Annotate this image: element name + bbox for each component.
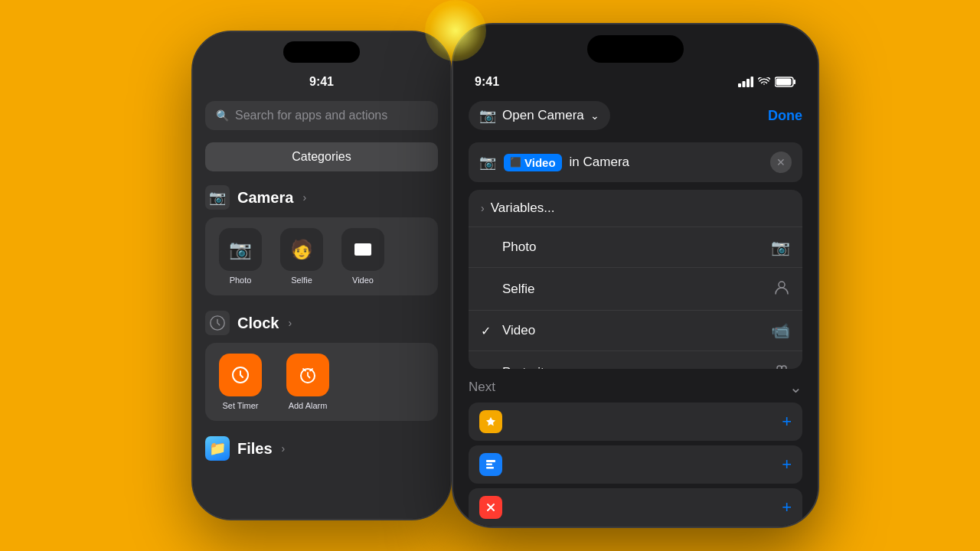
variables-row[interactable]: › Variables... bbox=[469, 190, 802, 227]
camera-action-photo[interactable]: 📷 Photo bbox=[213, 228, 268, 285]
chip-2-icon bbox=[479, 453, 502, 476]
video-close-button[interactable]: ✕ bbox=[770, 152, 792, 173]
battery-icon bbox=[775, 77, 796, 87]
selfie-option-label: Selfie bbox=[502, 282, 535, 297]
set-timer-label: Set Timer bbox=[222, 401, 258, 410]
action-chip-3[interactable]: + bbox=[469, 488, 802, 527]
dropdown-item-selfie-left: Selfie bbox=[481, 282, 535, 297]
open-camera-label: Open Camera bbox=[502, 108, 584, 123]
video-camera-icon: 📷 bbox=[479, 154, 496, 171]
wifi-icon bbox=[758, 77, 770, 86]
svg-point-11 bbox=[777, 366, 782, 369]
done-button[interactable]: Done bbox=[768, 108, 802, 124]
svg-point-12 bbox=[782, 366, 786, 369]
dropdown-item-photo[interactable]: Photo 📷 bbox=[469, 227, 802, 268]
svg-rect-4 bbox=[743, 81, 746, 87]
chip-2-left bbox=[479, 453, 502, 476]
clock-section: Clock › Set Timer bbox=[205, 311, 438, 421]
files-app-icon: 📁 bbox=[205, 436, 230, 461]
photo-label: Photo bbox=[230, 276, 252, 285]
selfie-option-icon bbox=[773, 279, 790, 299]
camera-chevron-icon: › bbox=[302, 191, 306, 204]
dropdown-item-photo-left: Photo bbox=[481, 240, 536, 255]
clock-section-header[interactable]: Clock › bbox=[205, 311, 438, 335]
dropdown-item-video[interactable]: ✓ Video 📹 bbox=[469, 311, 802, 351]
action-chip-2[interactable]: + bbox=[469, 445, 802, 484]
camera-section-title: Camera bbox=[237, 189, 293, 207]
status-time-left: 9:41 bbox=[309, 75, 334, 89]
top-action-bar: 📷 Open Camera ⌄ Done bbox=[453, 95, 818, 138]
phones-container: 9:41 🔍 Search for apps and actions Categ… bbox=[145, 15, 835, 536]
signal-icon bbox=[738, 77, 753, 87]
camera-actions-row: 📷 Photo 🧑 Selfie Video bbox=[205, 217, 438, 295]
camera-action-video[interactable]: Video bbox=[335, 228, 390, 285]
files-chevron-icon: › bbox=[282, 442, 286, 455]
video-option-icon: 📹 bbox=[771, 321, 790, 340]
add-alarm-icon bbox=[286, 354, 329, 396]
search-input-placeholder: Search for apps and actions bbox=[235, 109, 387, 122]
clock-actions-row: Set Timer Add Alarm bbox=[205, 343, 438, 421]
chip-3-icon bbox=[479, 496, 502, 519]
camera-pill-icon: 📷 bbox=[479, 107, 496, 124]
status-icons-right bbox=[738, 77, 796, 87]
photo-option-label: Photo bbox=[502, 240, 536, 255]
search-icon: 🔍 bbox=[216, 109, 229, 122]
glow-effect bbox=[425, 0, 486, 61]
video-icon bbox=[341, 228, 384, 271]
categories-button[interactable]: Categories bbox=[205, 142, 438, 171]
camera-action-selfie[interactable]: 🧑 Selfie bbox=[274, 228, 329, 285]
next-label: Next bbox=[469, 380, 495, 395]
background: 9:41 🔍 Search for apps and actions Categ… bbox=[0, 0, 980, 551]
left-phone: 9:41 🔍 Search for apps and actions Categ… bbox=[191, 31, 452, 520]
chip-2-add-button[interactable]: + bbox=[782, 455, 792, 474]
add-alarm-label: Add Alarm bbox=[289, 401, 328, 410]
files-section[interactable]: 📁 Files › bbox=[205, 436, 438, 461]
video-badge-text: Video bbox=[524, 156, 556, 169]
camera-app-icon: 📷 bbox=[205, 185, 230, 210]
chip-3-left bbox=[479, 496, 502, 519]
dropdown-item-portrait[interactable]: Portrait bbox=[469, 351, 802, 369]
add-alarm-action[interactable]: Add Alarm bbox=[280, 354, 335, 410]
set-timer-action[interactable]: Set Timer bbox=[213, 354, 268, 410]
portrait-option-icon bbox=[773, 362, 790, 369]
dropdown-item-portrait-left: Portrait bbox=[481, 365, 544, 370]
video-badge: ⬛ Video bbox=[504, 154, 562, 171]
chip-3-add-button[interactable]: + bbox=[782, 497, 792, 517]
portrait-option-label: Portrait bbox=[502, 365, 544, 370]
chip-1-icon bbox=[479, 410, 502, 433]
status-time-right: 9:41 bbox=[475, 75, 499, 89]
set-timer-icon bbox=[219, 354, 262, 396]
selfie-icon: 🧑 bbox=[280, 228, 323, 271]
camera-section: 📷 Camera › 📷 Photo 🧑 Selfie bbox=[205, 185, 438, 295]
open-camera-pill[interactable]: 📷 Open Camera ⌄ bbox=[469, 101, 610, 130]
video-badge-icon: ⬛ bbox=[510, 157, 521, 168]
svg-rect-20 bbox=[486, 460, 495, 462]
dropdown-item-selfie[interactable]: Selfie bbox=[469, 268, 802, 311]
svg-rect-9 bbox=[776, 79, 792, 86]
status-bar-left: 9:41 bbox=[193, 66, 450, 95]
svg-rect-5 bbox=[746, 79, 750, 87]
variables-chevron-icon: › bbox=[481, 202, 485, 214]
chip-1-add-button[interactable]: + bbox=[782, 412, 792, 432]
svg-rect-22 bbox=[486, 467, 494, 469]
video-selection-row: 📷 ⬛ Video in Camera ✕ bbox=[469, 142, 802, 182]
photo-option-icon: 📷 bbox=[771, 238, 790, 256]
svg-rect-21 bbox=[486, 464, 492, 466]
selfie-label: Selfie bbox=[291, 276, 312, 285]
clock-section-title: Clock bbox=[237, 315, 279, 332]
dynamic-island-right bbox=[587, 35, 684, 63]
action-chips: + + bbox=[453, 403, 818, 527]
camera-section-header[interactable]: 📷 Camera › bbox=[205, 185, 438, 210]
dynamic-island-right-wrapper bbox=[453, 24, 818, 63]
dropdown-container: › Variables... Photo 📷 bbox=[469, 190, 802, 369]
action-chip-1[interactable]: + bbox=[469, 403, 802, 441]
dynamic-island-left bbox=[283, 41, 360, 63]
video-left: 📷 ⬛ Video in Camera bbox=[479, 154, 629, 171]
variables-label: Variables... bbox=[491, 201, 555, 216]
video-checkmark: ✓ bbox=[481, 324, 496, 338]
in-camera-text: in Camera bbox=[570, 155, 629, 170]
search-bar[interactable]: 🔍 Search for apps and actions bbox=[205, 101, 438, 130]
svg-rect-3 bbox=[738, 83, 741, 87]
clock-app-icon bbox=[205, 311, 230, 335]
svg-rect-6 bbox=[751, 77, 754, 87]
